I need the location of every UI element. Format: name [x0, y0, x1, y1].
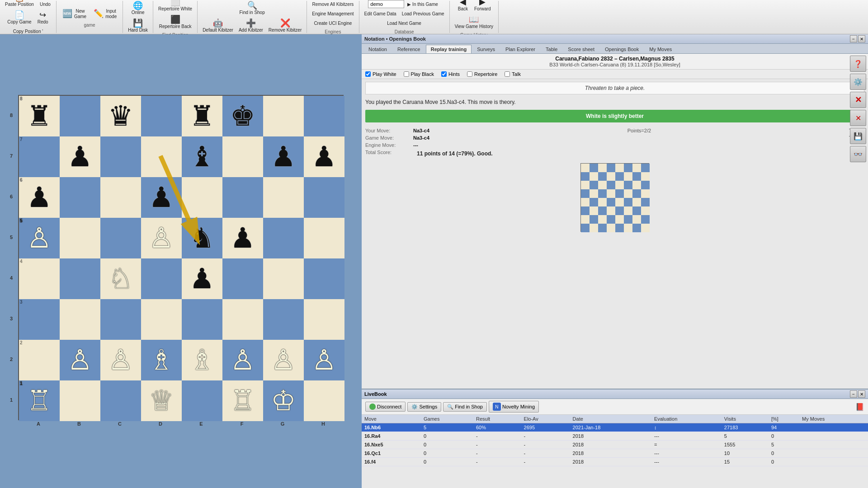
- close-side-button[interactable]: ✕: [850, 110, 866, 126]
- view-game-history-button[interactable]: 📖 View Game History: [453, 14, 495, 31]
- minimize-livebook-button[interactable]: −: [850, 390, 857, 398]
- square-g1[interactable]: ♔: [263, 380, 304, 421]
- square-e3[interactable]: [182, 299, 222, 340]
- square-h3[interactable]: [304, 299, 344, 340]
- livebook-row-2[interactable]: 16.Nxe50--2018=15555: [362, 441, 868, 449]
- square-a8[interactable]: ♜8: [19, 96, 60, 136]
- online-button[interactable]: 🌐 Online: [129, 0, 147, 17]
- square-f8[interactable]: ♚: [222, 96, 263, 136]
- square-d6[interactable]: ♟: [141, 177, 182, 218]
- square-e8[interactable]: ♜: [182, 96, 222, 136]
- game-name-input[interactable]: [368, 0, 404, 8]
- tab-notation[interactable]: Notation: [363, 45, 392, 53]
- square-g3[interactable]: [263, 299, 304, 340]
- load-previous-game-button[interactable]: Load Previous Game: [400, 9, 447, 18]
- square-f1[interactable]: ♖: [222, 380, 263, 421]
- view-side-button[interactable]: 👓: [850, 146, 866, 162]
- square-d1[interactable]: ♕: [141, 380, 182, 421]
- square-f3[interactable]: [222, 299, 263, 340]
- talk-option[interactable]: Talk: [505, 71, 521, 77]
- hints-option[interactable]: Hints: [441, 71, 460, 77]
- square-e7[interactable]: ♝: [182, 136, 222, 177]
- square-f6[interactable]: [222, 177, 263, 218]
- square-a1[interactable]: ♖1: [19, 380, 60, 421]
- square-g5[interactable]: [263, 218, 304, 258]
- repertoire-back-button[interactable]: ⬛ Repertoire Back: [157, 14, 194, 31]
- square-d7[interactable]: [141, 136, 182, 177]
- square-c3[interactable]: [100, 299, 141, 340]
- square-b6[interactable]: [60, 177, 100, 218]
- square-b2[interactable]: ♙: [60, 340, 100, 380]
- in-this-game-button[interactable]: ▶ In this Game: [405, 0, 440, 9]
- load-next-game-button[interactable]: Load Next Game: [385, 19, 424, 28]
- tab-surveys[interactable]: Surveys: [472, 45, 500, 53]
- square-d8[interactable]: [141, 96, 182, 136]
- square-c7[interactable]: [100, 136, 141, 177]
- square-d5[interactable]: ♙: [141, 218, 182, 258]
- square-d3[interactable]: [141, 299, 182, 340]
- talk-checkbox[interactable]: [505, 71, 510, 77]
- square-d4[interactable]: [141, 258, 182, 299]
- square-g8[interactable]: [263, 96, 304, 136]
- square-g6[interactable]: [263, 177, 304, 218]
- square-a4[interactable]: 4: [19, 258, 60, 299]
- square-f4[interactable]: [222, 258, 263, 299]
- close-notation-button[interactable]: ✕: [858, 35, 865, 42]
- hints-checkbox[interactable]: [441, 71, 447, 77]
- square-h2[interactable]: ♙: [304, 340, 344, 380]
- tab-openings-book[interactable]: Openings Book: [600, 45, 644, 53]
- square-e2[interactable]: ♗: [182, 340, 222, 380]
- forward-button[interactable]: ▶ Forward: [472, 0, 493, 13]
- square-c6[interactable]: [100, 177, 141, 218]
- undo-button[interactable]: ↩ Undo: [37, 0, 53, 9]
- copy-game-button[interactable]: 📄 Copy Game: [5, 9, 33, 26]
- find-in-shop-button[interactable]: 🔍 Find in Shop: [443, 402, 487, 412]
- input-mode-button[interactable]: ✏️ Inputmode: [90, 7, 120, 21]
- square-b5[interactable]: [60, 218, 100, 258]
- square-c2[interactable]: ♙: [100, 340, 141, 380]
- square-d2[interactable]: ♗: [141, 340, 182, 380]
- engine-management-button[interactable]: Engine Management: [310, 9, 356, 18]
- novelty-mining-button[interactable]: N Novelty Mining: [489, 401, 539, 413]
- disconnect-button[interactable]: Disconnect: [365, 402, 406, 412]
- livebook-row-0[interactable]: 16.Nb6560%26952021-Jan-18↕2718394: [362, 423, 868, 432]
- repertoire-white-button[interactable]: ⬜ Repertoire White: [156, 0, 194, 13]
- square-a5[interactable]: ♙5: [19, 218, 60, 258]
- add-kibitzer-button[interactable]: ➕ Add Kibitzer: [236, 18, 265, 34]
- help-side-button[interactable]: ❓: [850, 56, 866, 72]
- square-a7[interactable]: 7: [19, 136, 60, 177]
- square-a3[interactable]: 3: [19, 299, 60, 340]
- square-a2[interactable]: 2: [19, 340, 60, 380]
- square-f5[interactable]: ♟: [222, 218, 263, 258]
- square-e1[interactable]: [182, 380, 222, 421]
- square-f2[interactable]: ♙: [222, 340, 263, 380]
- square-a6[interactable]: ♟6: [19, 177, 60, 218]
- remove-all-kibitzers-button[interactable]: Remove All Kibitzers: [310, 0, 356, 9]
- square-b8[interactable]: [60, 96, 100, 136]
- close-livebook-button[interactable]: ✕: [858, 390, 865, 398]
- square-c1[interactable]: [100, 380, 141, 421]
- paste-position-button[interactable]: 📋 Paste Position: [3, 0, 36, 9]
- livebook-settings-button[interactable]: ⚙️ Settings: [407, 402, 441, 412]
- hard-disk-button[interactable]: 💾 Hard Disk: [126, 18, 150, 34]
- create-uci-engine-button[interactable]: Create UCI Engine: [311, 19, 354, 28]
- repertoire-option[interactable]: Repertoire: [467, 71, 497, 77]
- square-c8[interactable]: ♛: [100, 96, 141, 136]
- play-white-option[interactable]: Play White: [365, 71, 396, 77]
- square-b1[interactable]: [60, 380, 100, 421]
- square-h1[interactable]: [304, 380, 344, 421]
- tab-reference[interactable]: Reference: [392, 45, 425, 53]
- square-f7[interactable]: [222, 136, 263, 177]
- square-h4[interactable]: [304, 258, 344, 299]
- square-h7[interactable]: ♟: [304, 136, 344, 177]
- livebook-row-3[interactable]: 16.Qc10--2018---100: [362, 449, 868, 458]
- tab-score-sheet[interactable]: Score sheet: [563, 45, 599, 53]
- new-game-button[interactable]: 🆕 NewGame: [59, 7, 90, 21]
- play-black-option[interactable]: Play Black: [404, 71, 434, 77]
- edit-game-data-button[interactable]: Edit Game Data: [362, 9, 399, 18]
- tab-my-moves[interactable]: My Moves: [644, 45, 677, 53]
- erase-side-button[interactable]: ✕: [850, 92, 866, 108]
- tab-table[interactable]: Table: [541, 45, 562, 53]
- play-black-checkbox[interactable]: [404, 71, 409, 77]
- default-kibitzer-button[interactable]: 🤖 Default Kibitzer: [200, 18, 236, 34]
